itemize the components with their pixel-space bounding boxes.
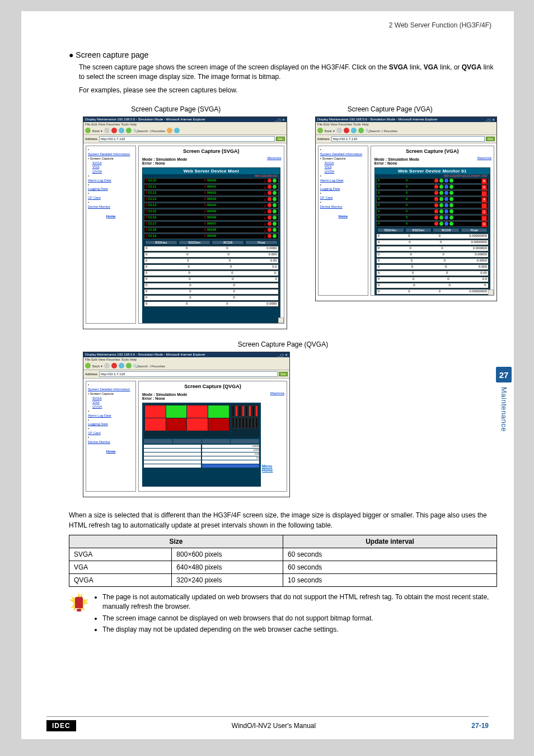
- maximize-link[interactable]: Maximize: [270, 391, 284, 395]
- row: 0 D1110 999910: [144, 184, 279, 190]
- table-row: QVGA 320×240 pixels 10 seconds: [69, 573, 497, 586]
- nav-vga[interactable]: VGA: [92, 400, 134, 405]
- panel-title: Screen Capture (SVGA): [139, 148, 284, 154]
- menubar: File Edit View Favorites Tools Help: [83, 357, 289, 362]
- tab[interactable]: B32Dec: [405, 228, 432, 232]
- nav-vga[interactable]: VGA: [325, 165, 366, 170]
- refresh-icon: [351, 128, 357, 133]
- nav-cf[interactable]: CF Card: [320, 196, 366, 200]
- tab[interactable]: B32Dec: [179, 240, 211, 245]
- tab[interactable]: BCD8: [433, 228, 460, 232]
- table-header-row: Size Update interval: [69, 535, 497, 548]
- title-text: Display Maintenance 192.168.0.6 - Simula…: [317, 118, 438, 122]
- table-row: VGA 640×480 pixels 60 seconds: [69, 561, 497, 573]
- note-block: The page is not automatically updated on…: [69, 592, 497, 637]
- nav-svga[interactable]: SVGA: [92, 396, 134, 401]
- go-button[interactable]: Go: [486, 137, 495, 141]
- cell-size: QVGA: [69, 573, 172, 586]
- cell-size: VGA: [69, 561, 172, 573]
- menu-link[interactable]: Menu: [262, 464, 284, 468]
- nav-device[interactable]: Device Monitor: [88, 205, 134, 209]
- table-row: SVGA 800×600 pixels 60 seconds: [69, 548, 497, 561]
- tab[interactable]: BCD8: [212, 240, 244, 245]
- header-section: 2 Web Server Function (HG3F/4F): [389, 21, 491, 29]
- nav-qvga[interactable]: QVGA: [92, 170, 134, 174]
- svga-bold: SVGA: [389, 63, 408, 71]
- refresh-icon: [119, 128, 124, 133]
- hex-label: M0=1101000=101: [143, 174, 278, 178]
- back-icon: [85, 128, 91, 133]
- maximize-link[interactable]: Maximize: [477, 156, 491, 160]
- go-button[interactable]: Go: [279, 372, 288, 376]
- warning-icon: [69, 592, 89, 613]
- addr-input[interactable]: [99, 371, 278, 377]
- nav-svga[interactable]: SVGA: [325, 161, 366, 166]
- tab[interactable]: B32Hex: [377, 228, 404, 232]
- nav-logging[interactable]: Logging Data: [88, 187, 134, 192]
- title-text: Display Maintenance 192.168.0.6 - Simula…: [85, 118, 205, 122]
- nav-sysdetail[interactable]: System Detailed Information: [320, 152, 366, 157]
- address-bar: Address Go: [83, 370, 289, 379]
- nav-alarm[interactable]: Alarm Log Data: [88, 179, 134, 183]
- nav-device[interactable]: Device Monitor: [88, 440, 134, 445]
- white-rows: 0000.0000 0000.000 0000.00 0000.0 0000. …: [143, 246, 280, 307]
- back-label: Back ▾: [325, 129, 335, 133]
- main-panel: Screen Capture (VGA) Maximize Mode : Sim…: [371, 146, 494, 296]
- nav-logging[interactable]: Logging Data: [320, 187, 366, 192]
- row: 0 D1120 999920: [144, 190, 279, 196]
- main-panel: Screen Capture (SVGA) Maximize Mode : Si…: [138, 146, 284, 324]
- nav-home[interactable]: Home: [88, 214, 134, 219]
- home-link[interactable]: Home: [262, 468, 284, 472]
- nav-cf[interactable]: CF Card: [88, 196, 134, 200]
- mode-line: Mode : Simulation Mode: [142, 393, 287, 396]
- nav-cf[interactable]: CF Card: [88, 431, 134, 436]
- body: • System Detailed Information • Screen C…: [83, 379, 289, 494]
- nav-sysdetail[interactable]: System Detailed Information: [88, 388, 134, 392]
- stop-icon: [344, 128, 349, 133]
- nav-qvga[interactable]: QVGA: [92, 405, 134, 409]
- cell-pixels: 640×480 pixels: [172, 561, 283, 573]
- nav-sysdetail[interactable]: System Detailed Information: [88, 152, 134, 157]
- caption-qvga: Screen Capture Page (QVGA): [69, 340, 497, 348]
- nav-device[interactable]: Device Monitor: [320, 205, 366, 209]
- addr-label: Address: [317, 137, 330, 141]
- page: 2 Web Server Function (HG3F/4F) ● Screen…: [21, 11, 514, 739]
- fwd-icon: [104, 363, 110, 368]
- search-label: 🔍Search ☆Favorites: [133, 364, 165, 368]
- section-heading: ● Screen capture page: [69, 50, 497, 59]
- nav-svga[interactable]: SVGA: [92, 161, 134, 166]
- row: 0 D1170 999970: [144, 221, 279, 227]
- nav-home[interactable]: Home: [88, 450, 134, 454]
- window-controls: _ ▢ ✕: [485, 118, 495, 122]
- tab[interactable]: Float: [245, 240, 278, 245]
- addr-input[interactable]: [99, 136, 275, 142]
- error-line: Error : None: [142, 396, 287, 400]
- go-button[interactable]: Go: [276, 137, 285, 141]
- white-rows: 0000.00000000 0000.0000000 0000.000000 0…: [375, 234, 490, 295]
- back-label: Back ▾: [92, 364, 102, 368]
- tab[interactable]: Float: [461, 228, 488, 232]
- vga-bold: VGA: [424, 63, 438, 71]
- tab[interactable]: B32Hex: [145, 240, 177, 245]
- addr-input[interactable]: [331, 136, 485, 142]
- row: 0 D1100 999900: [144, 178, 279, 184]
- nav-alarm[interactable]: Alarm Log Data: [320, 179, 366, 183]
- back-icon: [85, 363, 91, 368]
- nav-logging[interactable]: Logging Data: [88, 422, 134, 427]
- row: 0 D1160 999960: [144, 215, 279, 221]
- device-title: Web Server Device Monitor 01: [375, 168, 490, 174]
- note-item: The page is not automatically updated on…: [102, 592, 497, 612]
- toolbar: Back ▾ 🔍Search ☆Favorites: [83, 127, 287, 135]
- footer-title: WindO/I-NV2 User's Manual: [232, 722, 316, 730]
- nav-vga[interactable]: VGA: [92, 165, 134, 170]
- nav-qvga[interactable]: QVGA: [325, 170, 366, 174]
- maximize-link[interactable]: Maximize: [267, 156, 281, 160]
- nav-screencap: Screen Capture: [90, 157, 114, 160]
- footer: IDEC WindO/I-NV2 User's Manual 27-19: [46, 716, 489, 731]
- tabbar: B32Hex B32Dec BCD8 Float: [377, 228, 488, 232]
- nav-alarm[interactable]: Alarm Log Data: [88, 414, 134, 418]
- side-tab: 27 Maintenance: [496, 367, 512, 440]
- nav-home[interactable]: Home: [320, 214, 366, 219]
- addr-label: Address: [85, 137, 97, 141]
- error-line: Error : None: [142, 161, 284, 165]
